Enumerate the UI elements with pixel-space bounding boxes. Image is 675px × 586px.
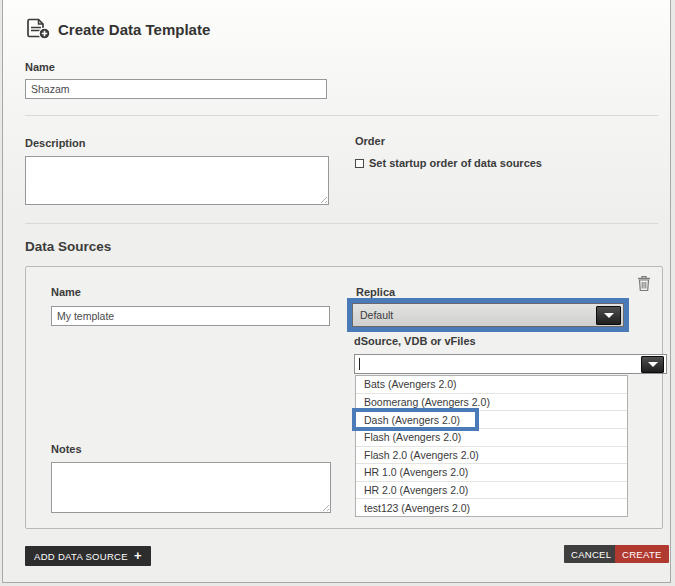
notes-textarea[interactable]	[51, 462, 331, 513]
dsource-option[interactable]: HR 1.0 (Avengers 2.0)	[356, 464, 627, 482]
dsource-option[interactable]: Boomerang (Avengers 2.0)	[356, 394, 627, 412]
dialog-title: Create Data Template	[58, 21, 210, 38]
dsource-combo-input[interactable]	[354, 354, 667, 374]
replica-highlight-box: Default	[347, 298, 629, 332]
dsource-option-list: Bats (Avengers 2.0)Boomerang (Avengers 2…	[355, 375, 628, 517]
text-cursor	[359, 358, 360, 370]
add-data-source-label: ADD DATA SOURCE	[34, 551, 128, 562]
description-label: Description	[25, 137, 86, 149]
replica-label: Replica	[356, 286, 395, 298]
source-name-label: Name	[51, 286, 81, 298]
chevron-down-icon	[648, 362, 658, 367]
replica-selected-value: Default	[353, 309, 393, 321]
replica-dropdown-button[interactable]	[596, 306, 621, 325]
dsource-option[interactable]: Dash (Avengers 2.0)	[356, 411, 627, 429]
create-button[interactable]: CREATE	[615, 545, 669, 563]
divider	[25, 223, 658, 224]
divider	[25, 115, 658, 116]
startup-order-checkbox-label: Set startup order of data sources	[369, 157, 542, 169]
startup-order-checkbox[interactable]	[355, 159, 364, 168]
description-textarea[interactable]	[25, 156, 329, 205]
dsource-dropdown-button[interactable]	[641, 356, 664, 373]
source-name-input[interactable]: My template	[51, 306, 330, 326]
order-label: Order	[355, 135, 385, 147]
dsource-label: dSource, VDB or vFiles	[354, 335, 476, 347]
replica-dropdown[interactable]: Default	[352, 303, 624, 327]
add-data-source-button[interactable]: ADD DATA SOURCE +	[25, 546, 151, 566]
dsource-option[interactable]: HR 2.0 (Avengers 2.0)	[356, 482, 627, 500]
name-label: Name	[25, 61, 55, 73]
create-data-template-dialog: Create Data Template Name Shazam Descrip…	[2, 0, 671, 583]
dialog-header: Create Data Template	[26, 18, 210, 40]
notes-label: Notes	[51, 443, 82, 455]
plus-icon: +	[134, 551, 142, 561]
create-template-icon	[26, 18, 51, 40]
dsource-option[interactable]: Flash (Avengers 2.0)	[356, 429, 627, 447]
dsource-option[interactable]: test123 (Avengers 2.0)	[356, 499, 627, 516]
dsource-option[interactable]: Flash 2.0 (Avengers 2.0)	[356, 447, 627, 465]
trash-icon	[637, 275, 651, 292]
cancel-button[interactable]: CANCEL	[564, 545, 618, 563]
dsource-option[interactable]: Bats (Avengers 2.0)	[356, 376, 627, 394]
data-source-card: Name My template Replica Default dSource…	[25, 266, 663, 529]
chevron-down-icon	[604, 313, 614, 318]
name-input[interactable]: Shazam	[25, 79, 327, 99]
delete-data-source-button[interactable]	[637, 275, 653, 293]
data-sources-heading: Data Sources	[25, 239, 111, 254]
